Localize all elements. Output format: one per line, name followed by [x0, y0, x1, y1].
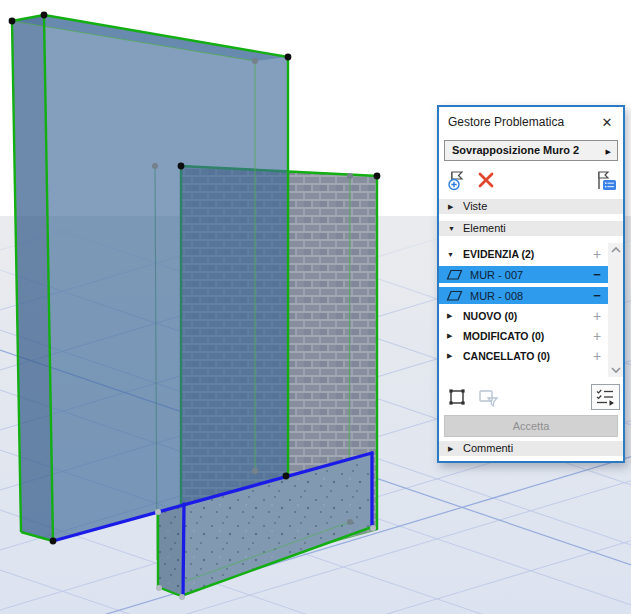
item-label: MUR - 008 — [470, 290, 586, 302]
chevron-right-icon: ▶ — [448, 199, 453, 214]
issue-manager-palette: Gestore Problematica ✕ Sovrapposizione M… — [437, 105, 625, 463]
add-element-button[interactable]: + — [586, 246, 608, 262]
group-cancellato[interactable]: ▶ CANCELLATO (0) + — [439, 348, 608, 364]
chevron-down-icon: ▼ — [439, 251, 463, 258]
scroll-down-icon[interactable] — [610, 366, 622, 375]
group-modificato[interactable]: ▶ MODIFICATO (0) + — [439, 328, 608, 344]
group-label: CANCELLATO (0) — [463, 350, 586, 362]
group-label: NUOVO (0) — [463, 310, 586, 322]
marquee-select-icon[interactable] — [447, 387, 467, 407]
section-commenti-label: Commenti — [463, 441, 513, 456]
list-scrollbar[interactable] — [608, 243, 623, 377]
chevron-right-icon: ▶ — [439, 332, 463, 340]
group-nuovo[interactable]: ▶ NUOVO (0) + — [439, 308, 608, 324]
chevron-right-icon: ▶ — [439, 352, 463, 360]
wall-icon — [446, 268, 463, 281]
chevron-right-icon: ▶ — [448, 441, 453, 456]
group-label: MODIFICATO (0) — [463, 330, 586, 342]
remove-element-button[interactable]: − — [586, 267, 608, 282]
issue-selector[interactable]: Sovrapposizione Muro 2 ▶ — [444, 140, 618, 161]
section-elementi-label: Elementi — [463, 221, 506, 236]
new-issue-icon[interactable] — [446, 168, 470, 192]
close-icon[interactable]: ✕ — [598, 114, 616, 132]
section-elementi[interactable]: ▼ Elementi — [439, 221, 623, 236]
delete-issue-icon[interactable] — [477, 171, 495, 189]
issue-selector-value: Sovrapposizione Muro 2 — [452, 141, 579, 160]
add-element-button[interactable]: + — [586, 308, 608, 324]
application-window: Gestore Problematica ✕ Sovrapposizione M… — [0, 0, 631, 614]
group-evidenzia[interactable]: ▼ EVIDENZIA (2) + — [439, 246, 608, 262]
add-element-button[interactable]: + — [586, 348, 608, 364]
selection-toolbar — [439, 383, 623, 412]
wall-large[interactable] — [12, 15, 288, 541]
group-label: EVIDENZIA (2) — [463, 248, 586, 260]
add-element-button[interactable]: + — [586, 328, 608, 344]
palette-titlebar[interactable]: Gestore Problematica ✕ — [439, 107, 623, 137]
section-commenti[interactable]: ▶ Commenti — [439, 441, 623, 456]
elements-list: ▼ EVIDENZIA (2) + MUR - 007 − MUR - 008 — [439, 239, 623, 379]
issue-details-icon[interactable] — [594, 168, 618, 192]
section-viste-label: Viste — [463, 199, 487, 214]
list-item-mur-008[interactable]: MUR - 008 − — [439, 287, 608, 304]
submenu-arrow-icon: ▶ — [606, 142, 611, 161]
filter-disabled-icon — [477, 388, 499, 408]
checklist-options-button[interactable] — [591, 384, 620, 410]
chevron-right-icon: ▶ — [439, 312, 463, 320]
item-label: MUR - 007 — [470, 269, 586, 281]
accept-button[interactable]: Accetta — [444, 415, 618, 437]
chevron-down-icon: ▼ — [448, 221, 455, 236]
palette-toolbar — [439, 166, 623, 193]
section-viste[interactable]: ▶ Viste — [439, 199, 623, 214]
remove-element-button[interactable]: − — [586, 288, 608, 303]
scroll-up-icon[interactable] — [610, 245, 622, 254]
palette-title: Gestore Problematica — [448, 115, 564, 129]
checklist-icon — [595, 388, 616, 407]
list-item-mur-007[interactable]: MUR - 007 − — [439, 266, 608, 283]
wall-icon — [446, 289, 463, 302]
